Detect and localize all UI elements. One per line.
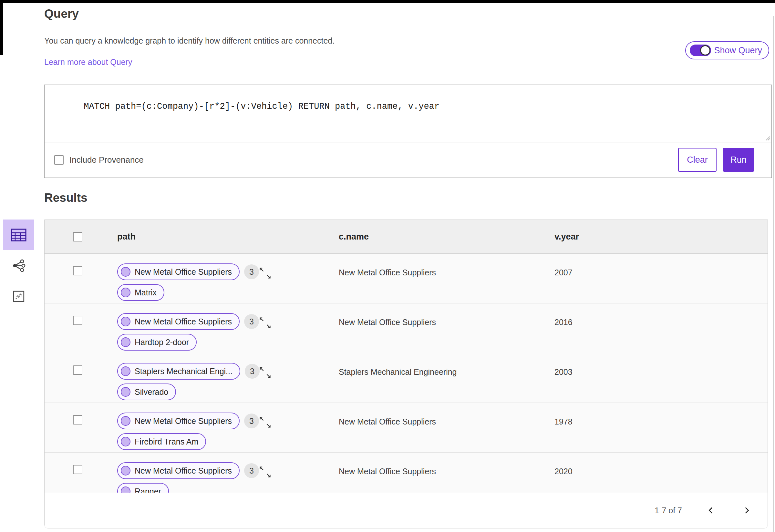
expand-icon[interactable] (258, 415, 272, 429)
cname-cell: New Metal Office Suppliers (330, 403, 546, 452)
query-input[interactable]: MATCH path=(c:Company)-[r*2]-(v:Vehicle)… (45, 85, 771, 142)
column-header-path: path (111, 220, 330, 253)
path-node-label: Silverado (135, 387, 168, 397)
table-row: New Metal Office Suppliers 3 (45, 254, 768, 303)
path-count-badge: 3 (244, 463, 259, 478)
toggle-on-icon[interactable] (690, 45, 711, 56)
window-right-border (773, 16, 774, 532)
clear-button[interactable]: Clear (678, 148, 717, 172)
pagination-bar: 1-7 of 7 (45, 493, 768, 528)
row-checkbox[interactable] (73, 316, 82, 325)
node-icon (121, 366, 130, 376)
path-node-label: Matrix (135, 288, 157, 297)
node-icon (121, 337, 130, 347)
path-cell: Staplers Mechanical Engi... 3 (111, 353, 330, 403)
graph-view-icon (11, 258, 26, 273)
path-node-pill[interactable]: Ranger (117, 483, 169, 493)
node-icon (121, 437, 130, 446)
path-node-label: Ranger (135, 487, 161, 493)
vyear-cell: 2016 (546, 303, 768, 353)
chevron-right-icon (742, 506, 751, 515)
vyear-value: 2020 (555, 467, 768, 476)
row-checkbox-cell (45, 303, 111, 353)
row-checkbox-cell (45, 254, 111, 303)
path-node-label: Firebird Trans Am (135, 437, 198, 446)
table-row: Staplers Mechanical Engi... 3 (45, 353, 768, 403)
path-node-pill[interactable]: New Metal Office Suppliers (117, 462, 240, 479)
vyear-value: 2007 (555, 268, 768, 277)
path-node-pill[interactable]: New Metal Office Suppliers (117, 263, 240, 280)
node-icon (121, 416, 130, 426)
vyear-cell: 2007 (546, 254, 768, 303)
table-row: New Metal Office Suppliers 3 (45, 403, 768, 453)
column-header-vyear: v.year (546, 220, 768, 253)
path-node-pill[interactable]: Matrix (117, 284, 164, 301)
cname-cell: New Metal Office Suppliers (330, 453, 546, 493)
cname-value: Staplers Mechanical Engineering (339, 367, 546, 377)
query-page: Query You can query a knowledge graph to… (0, 0, 775, 532)
path-cell: New Metal Office Suppliers 3 (111, 453, 330, 493)
table-body: New Metal Office Suppliers 3 (45, 254, 768, 493)
cname-value: New Metal Office Suppliers (339, 417, 546, 426)
path-node-pill[interactable]: Firebird Trans Am (117, 433, 206, 450)
expand-icon[interactable] (258, 266, 272, 280)
include-provenance-checkbox[interactable] (54, 155, 64, 165)
path-node-pill[interactable]: Silverado (117, 384, 176, 400)
cname-value: New Metal Office Suppliers (339, 467, 546, 476)
path-cell: New Metal Office Suppliers 3 (111, 303, 330, 353)
query-panel: MATCH path=(c:Company)-[r*2]-(v:Vehicle)… (44, 85, 772, 178)
path-node-pill[interactable]: New Metal Office Suppliers (117, 313, 240, 330)
path-cell: New Metal Office Suppliers 3 (111, 403, 330, 452)
cname-cell: Staplers Mechanical Engineering (330, 353, 546, 403)
header-checkbox-cell (45, 220, 111, 253)
vyear-cell: 1978 (546, 403, 768, 452)
row-checkbox[interactable] (73, 415, 82, 425)
toggle-knob (700, 45, 710, 56)
run-button[interactable]: Run (723, 148, 754, 172)
show-query-toggle[interactable]: Show Query (685, 41, 769, 59)
row-checkbox[interactable] (73, 465, 82, 474)
path-node-pill[interactable]: Hardtop 2-door (117, 334, 197, 351)
path-node-label: New Metal Office Suppliers (135, 416, 232, 426)
table-row: New Metal Office Suppliers 3 (45, 303, 768, 353)
resize-handle-icon[interactable] (765, 135, 770, 141)
window-left-border (0, 0, 3, 55)
cname-value: New Metal Office Suppliers (339, 268, 546, 277)
page-description: You can query a knowledge graph to ident… (44, 36, 334, 46)
path-node-pill[interactable]: Staplers Mechanical Engi... (117, 363, 240, 380)
node-icon (121, 317, 130, 326)
pagination-previous-button[interactable] (705, 504, 718, 517)
row-checkbox-cell (45, 403, 111, 452)
node-icon (121, 387, 130, 397)
results-title: Results (44, 191, 87, 205)
column-header-cname: c.name (330, 220, 546, 253)
vyear-cell: 2003 (546, 353, 768, 403)
row-checkbox[interactable] (73, 365, 82, 375)
node-icon (121, 486, 130, 493)
view-graph-button[interactable] (3, 250, 34, 281)
path-node-label: Staplers Mechanical Engi... (135, 367, 232, 376)
learn-more-link[interactable]: Learn more about Query (44, 57, 132, 67)
path-node-label: New Metal Office Suppliers (135, 466, 232, 476)
expand-icon[interactable] (258, 465, 272, 479)
select-all-checkbox[interactable] (73, 232, 82, 241)
path-count-badge: 3 (244, 414, 259, 428)
expand-icon[interactable] (258, 365, 272, 380)
expand-icon[interactable] (258, 316, 272, 330)
path-cell: New Metal Office Suppliers 3 (111, 254, 330, 303)
path-count-badge: 3 (244, 314, 259, 329)
table-view-icon (11, 228, 27, 242)
table-header-row: path c.name v.year (45, 220, 768, 254)
pagination-next-button[interactable] (740, 504, 753, 517)
vyear-value: 2003 (555, 367, 768, 377)
page-title: Query (44, 7, 79, 21)
view-table-button[interactable] (3, 220, 34, 250)
vyear-value: 2016 (555, 318, 768, 327)
view-chart-button[interactable] (3, 281, 34, 312)
path-node-pill[interactable]: New Metal Office Suppliers (117, 413, 240, 429)
node-icon (121, 466, 130, 476)
cname-cell: New Metal Office Suppliers (330, 303, 546, 353)
include-provenance-control[interactable]: Include Provenance (54, 155, 144, 165)
node-icon (121, 288, 130, 297)
row-checkbox[interactable] (73, 266, 82, 275)
